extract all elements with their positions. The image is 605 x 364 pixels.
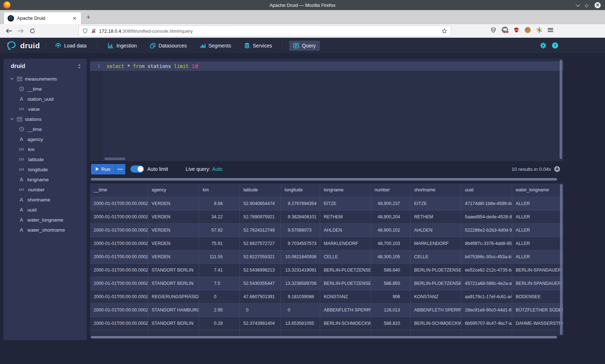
auto-limit-toggle[interactable] xyxy=(130,165,144,173)
tree-column-value[interactable]: 123value xyxy=(4,104,87,114)
cell-uuid[interactable]: 6b595707-8c47-4bc7-a8 xyxy=(461,317,512,330)
cell-longitude[interactable]: 9.7034557573 xyxy=(281,237,320,250)
tree-table-stations[interactable]: stations xyxy=(4,114,87,124)
cell-longitude[interactable]: 9.181039088 xyxy=(281,290,320,304)
cell-agency[interactable]: VERDEN xyxy=(148,197,199,210)
cell-longname[interactable]: CELLE xyxy=(320,250,371,264)
cell-uuid[interactable]: 522286e2-b2b3-4d0d-9a xyxy=(461,224,512,237)
cell-water-longname[interactable]: BERLIN-SPANDAUER-S xyxy=(512,264,563,277)
cell-longname[interactable]: BERLIN-SCHMOECKWITZ xyxy=(320,317,371,330)
cell-water-longname[interactable]: ALLER xyxy=(512,237,563,250)
address-bar[interactable]: 172.18.0.4:30899/unified-console.html#qu… xyxy=(79,26,451,36)
cell-latitude[interactable]: 0 xyxy=(240,304,281,317)
cell-water-longname[interactable]: ALLER xyxy=(512,197,563,210)
cell-shortname[interactable]: MARKLENDORF xyxy=(411,237,461,250)
cell-water-longname[interactable]: BÜTZFLETHER SÜDERE xyxy=(512,304,563,317)
privacy-mask-icon[interactable] xyxy=(502,27,508,33)
cell-latitude[interactable]: 52.3743981404 xyxy=(240,317,281,330)
cell-longname[interactable]: MARKLENDORF xyxy=(320,237,371,250)
cell-number[interactable]: 48,900,237 xyxy=(371,197,411,210)
pocket-shield-icon[interactable] xyxy=(490,27,496,33)
cell-longitude[interactable]: 13.3231419091 xyxy=(281,264,320,277)
query-editor[interactable]: 1 select * from stations limit 10 xyxy=(90,59,563,161)
cell-uuid[interactable]: 47174d8f-1b8e-4599-8a xyxy=(461,197,512,210)
tree-column--time[interactable]: __time xyxy=(4,124,87,134)
cell--time[interactable]: 2000-01-01T00:00:00.000Z xyxy=(90,290,148,304)
cell--time[interactable]: 2000-01-01T00:00:00.000Z xyxy=(90,264,148,277)
cell-agency[interactable]: STANDORT HAMBURG xyxy=(148,304,199,317)
cell-number[interactable]: 48,900,204 xyxy=(371,210,411,224)
cell-longname[interactable]: KONSTANZ xyxy=(320,290,371,304)
cell-km[interactable]: 0 xyxy=(199,290,240,304)
nav-item-load-data[interactable]: Load data xyxy=(51,40,90,51)
cell-km[interactable]: 0.28 xyxy=(199,317,240,330)
new-tab-button[interactable]: + xyxy=(86,14,90,21)
cell--time[interactable]: 2000-01-01T00:00:00.000Z xyxy=(90,224,148,237)
cell-shortname[interactable]: KONSTANZ xyxy=(411,290,461,304)
cell-longitude[interactable]: 0 xyxy=(281,304,320,317)
cell-longname[interactable]: BERLIN-PLOETZENSEE U xyxy=(320,277,371,290)
tree-column-water-shortname[interactable]: Awater_shortname xyxy=(4,225,87,235)
cell-longitude[interactable]: 13.653581055 xyxy=(281,317,320,330)
editor-vertical-scrollbar[interactable] xyxy=(560,60,562,159)
cell-water-longname[interactable]: ALLER xyxy=(512,210,563,224)
cell-latitude[interactable]: 52.5436996213 xyxy=(240,264,281,277)
chevron-down-icon[interactable] xyxy=(9,117,14,121)
editor-horizontal-scrollbar[interactable] xyxy=(104,158,125,160)
cell-agency[interactable]: VERDEN xyxy=(148,224,199,237)
results-horizontal-scrollbar-top[interactable] xyxy=(90,178,563,181)
download-icon[interactable] xyxy=(554,166,560,172)
chevron-down-icon[interactable] xyxy=(9,77,14,81)
tree-column--time[interactable]: __time xyxy=(4,84,87,94)
nav-item-services[interactable]: Services xyxy=(240,40,276,51)
cell-agency[interactable]: STANDORT BERLIN xyxy=(148,317,199,330)
cell-shortname[interactable]: BERLIN-PLOETZENSEE U xyxy=(411,277,461,290)
column-header-agency[interactable]: agency xyxy=(148,183,199,197)
browser-tab[interactable]: Apache Druid ✕ xyxy=(4,12,81,24)
cell-water-longname[interactable]: BERLIN-SPANDAUER-S xyxy=(512,277,563,290)
close-icon[interactable]: ✕ xyxy=(595,2,601,8)
cell--time[interactable]: 2000-01-01T00:00:00.000Z xyxy=(90,250,148,264)
bookmark-star-icon[interactable] xyxy=(442,28,447,34)
cell-latitude[interactable]: 52.6227055321 xyxy=(240,250,281,264)
cell-number[interactable]: 48,900,102 xyxy=(371,224,411,237)
cell-latitude[interactable]: 52.5430355447 xyxy=(240,277,281,290)
live-query-value[interactable]: Auto xyxy=(212,166,223,172)
lock-insecure-icon[interactable] xyxy=(91,28,96,34)
ublock-icon[interactable]: uO xyxy=(514,27,519,33)
cell-number[interactable]: 586,810 xyxy=(371,317,411,330)
tree-column-agency[interactable]: Aagency xyxy=(4,134,87,144)
cell-uuid[interactable]: b475386c-30cc-453a-b3 xyxy=(461,250,512,264)
tree-column-uuid[interactable]: Auuid xyxy=(4,205,87,215)
cell--time[interactable]: 2000-01-01T00:00:00.000Z xyxy=(90,277,148,290)
cookie-icon[interactable] xyxy=(525,27,531,33)
cell--time[interactable]: 2000-01-01T00:00:00.000Z xyxy=(90,210,148,224)
cell-longname[interactable]: RETHEM xyxy=(320,210,371,224)
cell-longname[interactable]: BERLIN-PLOETZENSEE C xyxy=(320,264,371,277)
column-header-latitude[interactable]: latitude xyxy=(240,183,281,197)
cell-water-longname[interactable]: ALLER xyxy=(512,224,563,237)
cell-shortname[interactable]: CELLE xyxy=(411,250,461,264)
chevron-down-icon[interactable] xyxy=(575,4,579,7)
cell-shortname[interactable]: AHLDEN xyxy=(411,224,461,237)
schema-selector[interactable]: druid xyxy=(4,59,87,74)
cell-longitude[interactable]: 10.0621640936 xyxy=(281,250,320,264)
nav-item-segments[interactable]: Segments xyxy=(196,41,235,51)
cell--time[interactable]: 2000-01-01T00:00:00.000Z xyxy=(90,197,148,210)
tab-close-icon[interactable]: ✕ xyxy=(72,15,77,21)
tree-column-latitude[interactable]: 123latitude xyxy=(4,154,87,164)
cell-agency[interactable]: VERDEN xyxy=(148,250,199,264)
cell-uuid[interactable]: ee52ce62-212c-4735-b4 xyxy=(461,264,512,277)
cell-longitude[interactable]: 9.3828408101 xyxy=(281,210,320,224)
tree-column-shortname[interactable]: Ashortname xyxy=(4,195,87,205)
menu-icon[interactable] xyxy=(548,28,553,32)
tree-column-water-longname[interactable]: Awater_longname xyxy=(4,215,87,225)
cell-water-longname[interactable]: BODENSEE xyxy=(512,290,563,304)
query-text[interactable]: select * from stations limit 10 xyxy=(107,62,198,71)
tree-column-longname[interactable]: Alongname xyxy=(4,174,87,185)
cell-shortname[interactable]: EITZE xyxy=(411,197,461,210)
column-header-shortname[interactable]: shortname xyxy=(411,183,461,197)
tree-column-number[interactable]: 123number xyxy=(4,185,87,195)
cell-km[interactable]: 2.95 xyxy=(199,304,240,317)
druid-logo[interactable]: druid xyxy=(6,40,40,51)
